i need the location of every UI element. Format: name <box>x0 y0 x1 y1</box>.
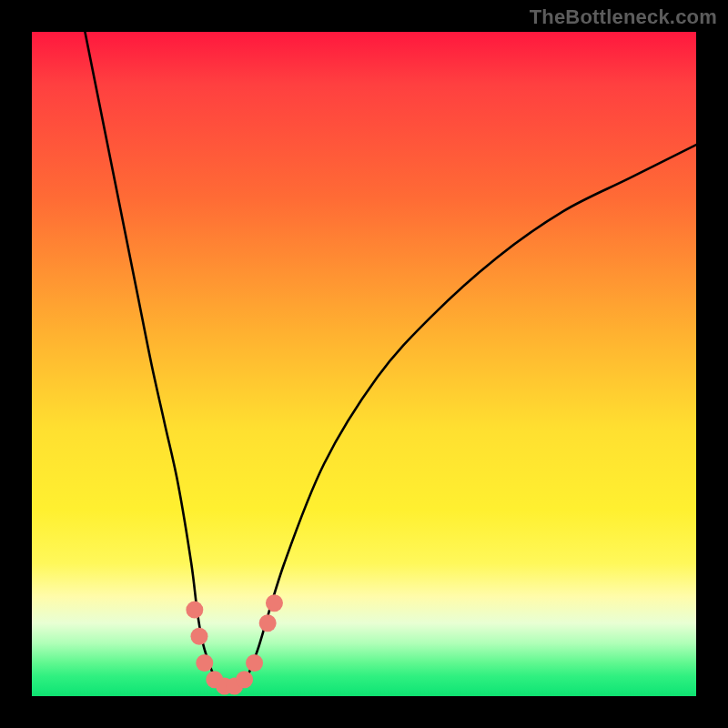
marker-dot <box>186 602 203 619</box>
marker-dot <box>266 594 283 612</box>
plot-area <box>32 32 696 696</box>
marker-dot <box>246 654 263 672</box>
bottleneck-curve <box>85 32 696 691</box>
marker-dot <box>259 614 277 632</box>
chart-container: TheBottleneck.com <box>0 0 728 728</box>
curve-markers <box>186 594 283 694</box>
marker-dot <box>196 654 213 672</box>
marker-dot <box>236 671 253 688</box>
curve-svg <box>32 32 696 696</box>
watermark-text: TheBottleneck.com <box>530 5 717 29</box>
curve-line <box>85 32 696 691</box>
marker-dot <box>190 628 207 645</box>
